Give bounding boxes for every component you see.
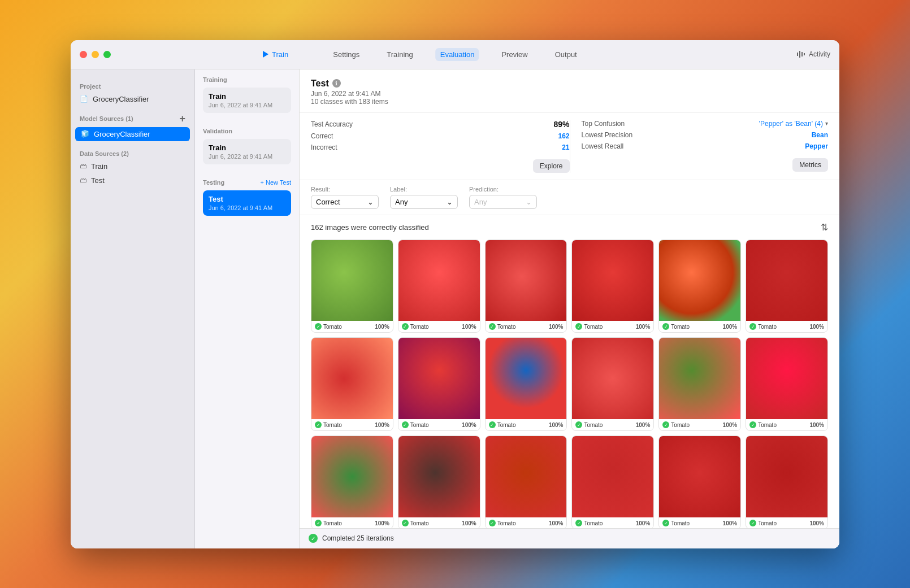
- image-thumbnail: [486, 240, 567, 321]
- image-card[interactable]: ✓ Tomato 100%: [658, 239, 741, 333]
- confusion-dropdown[interactable]: 'Pepper' as 'Bean' (4) ▾: [759, 120, 828, 128]
- confidence-value: 100%: [462, 324, 476, 330]
- label-with-check: ✓ Tomato: [575, 323, 603, 330]
- image-card[interactable]: ✓ Tomato 100%: [746, 435, 828, 528]
- image-card[interactable]: ✓ Tomato 100%: [398, 239, 480, 333]
- image-card[interactable]: ✓ Tomato 100%: [398, 337, 480, 431]
- label-filter-group: Label: Any ⌄: [390, 186, 458, 209]
- image-card[interactable]: ✓ Tomato 100%: [571, 239, 654, 333]
- images-section: 162 images were correctly classified ⇅ ✓…: [300, 215, 839, 528]
- test-title: Test: [311, 79, 329, 89]
- image-card[interactable]: ✓ Tomato 100%: [658, 337, 741, 431]
- image-card[interactable]: ✓ Tomato 100%: [311, 239, 393, 333]
- validation-item-subtitle: Jun 6, 2022 at 9:41 AM: [209, 153, 285, 160]
- test-info-icon[interactable]: ℹ: [332, 79, 341, 88]
- svg-rect-3: [804, 53, 805, 55]
- correct-label: Correct: [311, 132, 333, 140]
- image-thumbnail: [486, 436, 567, 517]
- image-card[interactable]: ✓ Tomato 100%: [485, 435, 567, 528]
- play-icon: [263, 51, 268, 58]
- result-filter-value: Correct: [316, 198, 340, 206]
- label-filter-select[interactable]: Any ⌄: [390, 195, 458, 209]
- validation-item[interactable]: Train Jun 6, 2022 at 9:41 AM: [203, 139, 291, 164]
- validation-section-title: Validation: [203, 128, 291, 134]
- image-card[interactable]: ✓ Tomato 100%: [485, 239, 567, 333]
- image-label-row: ✓ Tomato 100%: [746, 321, 827, 332]
- image-card[interactable]: ✓ Tomato 100%: [571, 435, 654, 528]
- train-button[interactable]: Train: [263, 50, 288, 59]
- check-icon: ✓: [402, 421, 409, 428]
- middle-panel: Training Train Jun 6, 2022 at 9:41 AM Va…: [195, 69, 300, 548]
- image-card[interactable]: ✓ Tomato 100%: [311, 337, 393, 431]
- titlebar: Train Settings Training Evaluation Previ…: [71, 40, 839, 69]
- confidence-value: 100%: [462, 422, 476, 428]
- sidebar-item-project[interactable]: 📄 GroceryClassifier: [71, 92, 194, 106]
- image-label-row: ✓ Tomato 100%: [572, 517, 653, 528]
- check-icon: ✓: [489, 520, 496, 526]
- sidebar-item-test[interactable]: 🗃 Test: [71, 173, 194, 188]
- image-label-row: ✓ Tomato 100%: [572, 321, 653, 332]
- activity-icon: [796, 50, 805, 59]
- image-card[interactable]: ✓ Tomato 100%: [571, 337, 654, 431]
- image-card[interactable]: ✓ Tomato 100%: [746, 337, 828, 431]
- label-with-check: ✓ Tomato: [315, 520, 342, 526]
- train-label: Train: [272, 50, 288, 59]
- new-test-button[interactable]: + New Test: [260, 179, 291, 186]
- lowest-recall-value: Pepper: [805, 142, 828, 150]
- explore-button[interactable]: Explore: [533, 159, 570, 173]
- sidebar-item-train[interactable]: 🗃 Train: [71, 159, 194, 173]
- sort-button[interactable]: ⇅: [821, 222, 828, 233]
- prediction-filter-select[interactable]: Any ⌄: [469, 195, 537, 209]
- label-with-check: ✓ Tomato: [402, 421, 429, 428]
- accuracy-label: Test Accuracy: [311, 120, 353, 128]
- tab-evaluation[interactable]: Evaluation: [436, 48, 479, 61]
- minimize-button[interactable]: [92, 51, 99, 58]
- training-item-subtitle: Jun 6, 2022 at 9:41 AM: [209, 102, 285, 108]
- image-label-row: ✓ Tomato 100%: [486, 419, 567, 430]
- prediction-chevron-icon: ⌄: [526, 198, 532, 206]
- check-icon: ✓: [315, 323, 322, 330]
- testing-section-header: Testing + New Test: [195, 172, 299, 190]
- metrics-button[interactable]: Metrics: [792, 158, 828, 172]
- image-label: Tomato: [323, 520, 342, 526]
- training-item[interactable]: Train Jun 6, 2022 at 9:41 AM: [203, 88, 291, 113]
- close-button[interactable]: [80, 51, 87, 58]
- confidence-value: 100%: [375, 520, 389, 526]
- label-with-check: ✓ Tomato: [575, 421, 603, 428]
- result-filter-group: Result: Correct ⌄: [311, 186, 379, 209]
- result-filter-select[interactable]: Correct ⌄: [311, 195, 379, 209]
- image-card[interactable]: ✓ Tomato 100%: [746, 239, 828, 333]
- label-with-check: ✓ Tomato: [662, 520, 690, 526]
- label-filter-value: Any: [395, 198, 408, 206]
- image-label: Tomato: [584, 422, 603, 428]
- tab-settings[interactable]: Settings: [328, 48, 364, 61]
- sidebar-item-grocery-classifier[interactable]: 🧊 GroceryClassifier: [75, 127, 190, 141]
- tab-preview[interactable]: Preview: [497, 48, 532, 61]
- lowest-recall-row: Lowest Recall Pepper: [582, 142, 829, 150]
- check-icon: ✓: [489, 421, 496, 428]
- tab-output[interactable]: Output: [551, 48, 582, 61]
- image-card[interactable]: ✓ Tomato 100%: [485, 337, 567, 431]
- confidence-value: 100%: [723, 324, 738, 330]
- model-icon: 🧊: [81, 130, 89, 138]
- main-layout: Project 📄 GroceryClassifier Model Source…: [71, 69, 839, 548]
- validation-item-title: Train: [209, 143, 285, 152]
- image-card[interactable]: ✓ Tomato 100%: [398, 435, 480, 528]
- add-model-source-button[interactable]: +: [179, 113, 185, 125]
- image-card[interactable]: ✓ Tomato 100%: [311, 435, 393, 528]
- image-label-row: ✓ Tomato 100%: [486, 517, 567, 528]
- titlebar-right: Activity: [796, 50, 830, 59]
- label-with-check: ✓ Tomato: [749, 520, 777, 526]
- testing-item-subtitle: Jun 6, 2022 at 9:41 AM: [209, 204, 285, 211]
- activity-label[interactable]: Activity: [809, 50, 830, 58]
- maximize-button[interactable]: [103, 51, 111, 58]
- check-icon: ✓: [402, 323, 409, 330]
- project-section-label: Project: [71, 83, 194, 90]
- images-count: 162 images were correctly classified: [311, 223, 429, 232]
- correct-value: 162: [558, 132, 569, 140]
- image-card[interactable]: ✓ Tomato 100%: [658, 435, 741, 528]
- testing-item[interactable]: Test Jun 6, 2022 at 9:41 AM: [203, 190, 291, 216]
- label-with-check: ✓ Tomato: [315, 421, 342, 428]
- image-thumbnail: [659, 240, 740, 321]
- tab-training[interactable]: Training: [382, 48, 417, 61]
